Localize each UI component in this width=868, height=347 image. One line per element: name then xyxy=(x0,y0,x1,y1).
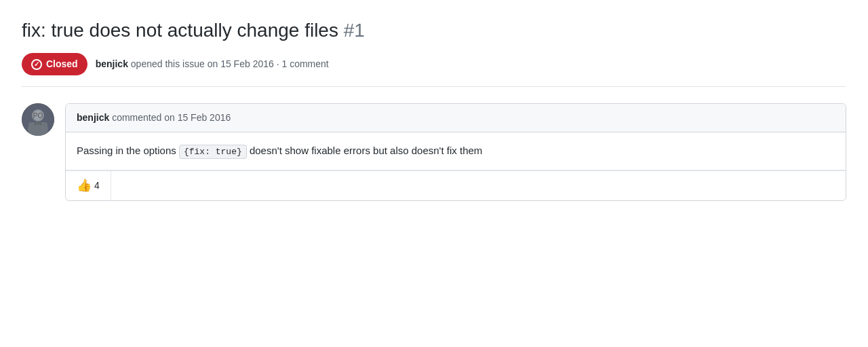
comment-body-prefix: Passing in the options xyxy=(77,145,179,156)
check-icon xyxy=(31,59,42,70)
issue-opened-text: opened this issue on xyxy=(131,58,220,69)
avatar-face: PO EN xyxy=(22,103,54,136)
reaction-emoji: 👍 xyxy=(77,177,92,195)
issue-number: #1 xyxy=(344,20,365,41)
comment-reactions[interactable]: 👍 4 xyxy=(66,171,111,200)
reactions-row: 👍 4 xyxy=(66,170,846,200)
issue-title: fix: true does not actually change files… xyxy=(22,16,846,45)
comment-action: commented on xyxy=(112,112,178,123)
issue-author: benjick xyxy=(96,58,128,69)
issue-title-text: fix: true does not actually change files xyxy=(22,20,338,41)
issue-date: 15 Feb 2016 xyxy=(220,58,274,69)
avatar: PO EN xyxy=(22,103,54,136)
reaction-count: 4 xyxy=(94,179,100,193)
svg-text:PO: PO xyxy=(33,112,43,120)
thumbs-up-reaction[interactable]: 👍 4 xyxy=(77,177,100,195)
divider xyxy=(22,86,846,87)
avatar-svg: PO EN xyxy=(22,103,54,136)
comment-header: benjick commented on 15 Feb 2016 xyxy=(66,104,846,132)
comment-body: Passing in the options {fix: true} doesn… xyxy=(66,132,846,170)
closed-badge: Closed xyxy=(22,53,87,75)
svg-text:EN: EN xyxy=(34,120,41,126)
issue-comment-count: 1 comment xyxy=(281,58,328,69)
comment-author: benjick xyxy=(77,112,109,123)
comment-date: 15 Feb 2016 xyxy=(178,112,231,123)
comment-box: benjick commented on 15 Feb 2016 Passing… xyxy=(65,103,846,201)
comment-section: PO EN benjick commented on 15 Feb 2016 P… xyxy=(22,103,846,201)
status-label: Closed xyxy=(46,57,78,71)
comment-body-suffix: doesn't show fixable errors but also doe… xyxy=(247,145,483,156)
issue-meta-row: Closed benjick opened this issue on 15 F… xyxy=(22,53,846,75)
issue-meta-text: benjick opened this issue on 15 Feb 2016… xyxy=(96,57,329,71)
comment-code-snippet: {fix: true} xyxy=(179,145,247,159)
